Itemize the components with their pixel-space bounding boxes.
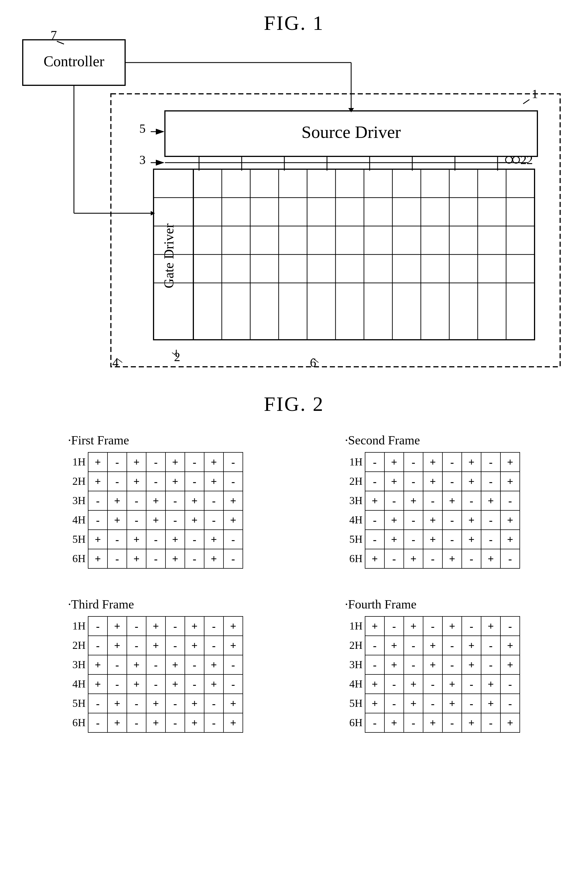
frame-block-3: ·Fourth Frame1H2H3H4H5H6H+-+-+-+--+-+-+-… [345,597,520,733]
cell-3-0-4: + [442,616,462,636]
cell-3-0-7: - [500,616,520,636]
cell-2-2-1: - [108,655,127,675]
table-row: -+-+-+-+ [365,472,520,491]
cell-3-3-2: + [404,675,423,694]
cell-2-5-3: + [146,713,165,732]
cell-0-5-1: - [108,549,127,568]
table-row: +-+-+-+- [365,549,520,568]
cell-1-3-6: - [481,510,500,530]
table-row: -+-+-+-+ [88,616,243,636]
svg-text:2: 2 [174,350,180,364]
cell-3-1-6: - [481,636,500,655]
row-label-1-3: 4H [345,510,365,529]
cell-2-3-5: - [185,675,204,694]
cell-2-3-7: - [224,675,243,694]
table-row: -+-+-+-+ [365,636,520,655]
cell-2-1-6: - [204,636,224,655]
row-label-3-5: 6H [345,713,365,732]
cell-0-2-3: + [146,491,165,510]
cell-0-4-2: + [127,530,146,549]
cell-3-2-6: - [481,655,500,675]
cell-0-3-3: + [146,510,165,530]
cell-1-2-3: - [423,491,442,510]
cell-0-0-0: + [88,452,108,472]
cell-3-3-4: + [442,675,462,694]
row-label-0-3: 4H [68,510,88,529]
row-label-3-1: 2H [345,636,365,655]
cell-2-5-6: - [204,713,224,732]
cell-1-5-4: + [442,549,462,568]
cell-2-4-3: + [146,694,165,713]
cell-0-5-3: - [146,549,165,568]
cell-1-4-7: + [500,530,520,549]
cell-3-0-1: - [384,616,404,636]
cell-3-1-0: - [365,636,384,655]
cell-1-1-3: + [423,472,442,491]
cell-2-3-4: + [165,675,185,694]
frame-row-0: ·First Frame1H2H3H4H5H6H+-+-+-+-+-+-+-+-… [17,433,571,569]
cell-2-1-4: - [165,636,185,655]
cell-3-1-3: + [423,636,442,655]
cell-2-0-0: - [88,616,108,636]
row-label-1-0: 1H [345,452,365,471]
cell-3-5-4: - [442,713,462,732]
row-labels-0: 1H2H3H4H5H6H [68,452,88,569]
cell-2-1-1: + [108,636,127,655]
cell-2-1-7: + [224,636,243,655]
cell-2-0-6: - [204,616,224,636]
cell-0-5-4: + [165,549,185,568]
cell-2-2-2: + [127,655,146,675]
fig1-section: FIG. 1 Controller 7 1 Source Driver 5 3 … [0,0,588,392]
grid-table-2: -+-+-+-+-+-+-+-++-+-+-+-+-+-+-+--+-+-+-+… [88,616,243,733]
cell-3-3-7: - [500,675,520,694]
cell-1-4-6: - [481,530,500,549]
cell-1-2-5: - [462,491,481,510]
cell-3-0-6: + [481,616,500,636]
cell-1-1-1: + [384,472,404,491]
frame-table-wrapper-1: 1H2H3H4H5H6H-+-+-+-+-+-+-+-++-+-+-+--+-+… [345,452,520,569]
row-labels-3: 1H2H3H4H5H6H [345,616,365,733]
cell-2-4-0: - [88,694,108,713]
row-label-0-5: 6H [68,549,88,568]
cell-1-1-4: - [442,472,462,491]
cell-2-3-3: - [146,675,165,694]
cell-3-2-0: - [365,655,384,675]
cell-0-2-6: - [204,491,224,510]
cell-3-0-2: + [404,616,423,636]
cell-2-1-3: + [146,636,165,655]
cell-0-3-4: - [165,510,185,530]
cell-3-1-5: + [462,636,481,655]
cell-0-1-7: - [224,472,243,491]
cell-1-2-1: - [384,491,404,510]
cell-1-0-5: + [462,452,481,472]
cell-3-5-0: - [365,713,384,732]
cell-0-1-1: - [108,472,127,491]
table-row: -+-+-+-+ [365,452,520,472]
cell-0-0-2: + [127,452,146,472]
cell-2-1-0: - [88,636,108,655]
cell-1-1-5: + [462,472,481,491]
cell-2-3-0: + [88,675,108,694]
cell-3-4-0: + [365,694,384,713]
cell-1-3-1: + [384,510,404,530]
cell-3-5-7: + [500,713,520,732]
cell-3-5-2: - [404,713,423,732]
cell-1-2-4: + [442,491,462,510]
cell-1-1-0: - [365,472,384,491]
cell-3-3-1: - [384,675,404,694]
cell-3-2-4: - [442,655,462,675]
cell-2-5-5: + [185,713,204,732]
cell-1-4-5: + [462,530,481,549]
frame-table-wrapper-0: 1H2H3H4H5H6H+-+-+-+-+-+-+-+--+-+-+-+-+-+… [68,452,243,569]
table-row: +-+-+-+- [88,452,243,472]
row-label-3-0: 1H [345,616,365,636]
table-row: -+-+-+-+ [88,510,243,530]
svg-point-24 [513,156,519,163]
svg-text:7: 7 [51,28,57,42]
row-label-1-2: 3H [345,491,365,510]
row-label-0-0: 1H [68,452,88,471]
fig2-section: FIG. 2 ·First Frame1H2H3H4H5H6H+-+-+-+-+… [0,392,588,733]
row-labels-2: 1H2H3H4H5H6H [68,616,88,733]
cell-3-2-2: - [404,655,423,675]
row-label-2-2: 3H [68,655,88,674]
